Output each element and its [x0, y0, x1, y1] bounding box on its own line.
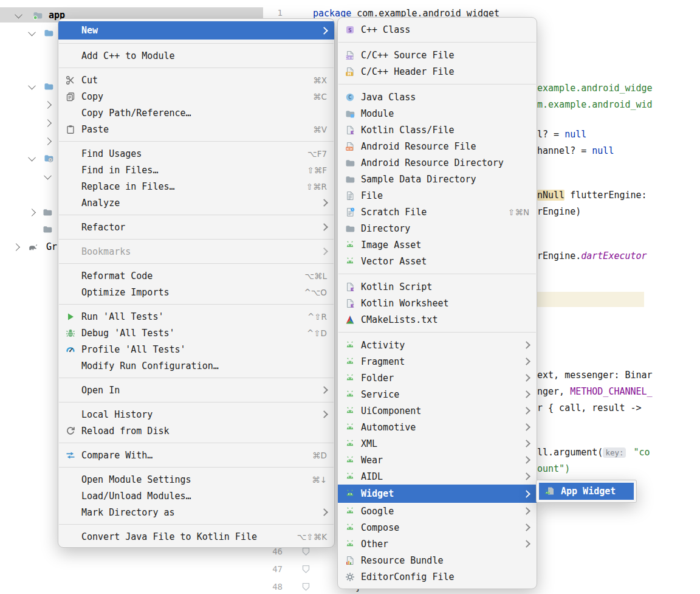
menu-item-reformat-code[interactable]: Reformat Code⌥⌘L [58, 268, 334, 284]
menu-item-new[interactable]: New [58, 21, 334, 40]
menu-item-profile-all-tests[interactable]: Profile 'All Tests' [58, 341, 334, 357]
menu-item-replace-in-files[interactable]: Replace in Files…⇧⌘R [58, 178, 334, 195]
menu-item-label: App Widget [561, 486, 616, 497]
code-line-fragment[interactable]: nger, METHOD_CHANNEL_ [537, 386, 653, 397]
menu-item-widget[interactable]: Widget [338, 485, 537, 503]
menu-item-cmakelists-txt[interactable]: CMakeLists.txt [338, 311, 537, 328]
menu-item-kotlin-worksheet[interactable]: Kotlin Worksheet [338, 295, 537, 311]
menu-item-java-class[interactable]: CJava Class [338, 89, 537, 105]
reload-icon [64, 426, 77, 436]
chevron-right-icon[interactable] [44, 101, 52, 109]
menu-item-google[interactable]: Google [338, 503, 537, 519]
menu-item-image-asset[interactable]: Image Asset [338, 237, 537, 253]
menu-item-run-all-tests[interactable]: Run 'All Tests'^⇧R [58, 308, 334, 325]
menu-item-shortcut: ⌥F7 [307, 149, 327, 159]
menu-item-debug-all-tests[interactable]: Debug 'All Tests'^⇧D [58, 325, 334, 341]
code-line-fragment[interactable]: l? = null [537, 129, 586, 140]
code-line-fragment[interactable]: m.example.android_wid [537, 99, 653, 110]
chevron-down-icon[interactable] [28, 81, 36, 89]
menu-item-paste[interactable]: Paste⌘V [58, 121, 334, 137]
line-number[interactable]: 47 [264, 564, 283, 574]
menu-item-automotive[interactable]: Automotive [338, 419, 537, 435]
code-line-fragment[interactable]: rEngine.dartExecutor [537, 250, 647, 261]
menu-item-other[interactable]: Other [338, 536, 537, 552]
menu-item-editorconfig-file[interactable]: EditorConfig File [338, 568, 537, 585]
menu-item-open-module-settings[interactable]: Open Module Settings⌘↓ [58, 471, 334, 488]
menu-item-convert-java-file-to-kotlin-file[interactable]: Convert Java File to Kotlin File⌥⇧⌘K [58, 528, 334, 545]
menu-item-copy[interactable]: Copy⌘C [58, 88, 334, 105]
code-token: nger, [537, 386, 570, 397]
code-line-fragment[interactable]: ll.argument(key: "co [537, 447, 650, 458]
menu-item-c-class[interactable]: SC++ Class [338, 21, 537, 38]
menu-item-mark-directory-as[interactable]: Mark Directory as [58, 504, 334, 520]
menu-item-open-in[interactable]: Open In [58, 382, 334, 398]
menu-separator [59, 263, 334, 264]
menu-item-compare-with[interactable]: Compare With…⌘D [58, 447, 334, 463]
menu-item-refactor[interactable]: Refactor [58, 219, 334, 235]
menu-item-label: Run 'All Tests' [81, 311, 163, 322]
code-line-fragment[interactable]: nNull flutterEngine: [537, 190, 647, 201]
chevron-right-icon[interactable] [44, 119, 52, 127]
menu-item-file[interactable]: File [338, 187, 537, 204]
menu-item-uicomponent[interactable]: UiComponent [338, 402, 537, 419]
menu-item-module[interactable]: Module [338, 105, 537, 122]
code-line-fragment[interactable]: rEngine) [537, 206, 581, 217]
line-number[interactable]: 46 [264, 547, 283, 556]
code-fold-marker-icon[interactable] [301, 582, 311, 592]
chevron-down-icon[interactable] [28, 153, 36, 161]
menu-item-resource-bundle[interactable]: Resource Bundle [338, 552, 537, 568]
menu-item-copy-path-reference[interactable]: Copy Path/Reference… [58, 105, 334, 121]
menu-item-xml[interactable]: XML [338, 435, 537, 452]
code-line-fragment[interactable]: hannel? = null [537, 145, 614, 156]
menu-item-android-resource-file[interactable]: <>Android Resource File [338, 138, 537, 154]
menu-item-wear[interactable]: Wear [338, 452, 537, 468]
menu-item-fragment[interactable]: Fragment [338, 353, 537, 370]
chevron-right-icon[interactable] [44, 137, 52, 145]
submenu-arrow-icon [523, 523, 530, 531]
code-line-fragment[interactable]: ount") [537, 463, 570, 474]
code-line-fragment[interactable]: ext, messenger: Binar [537, 370, 653, 381]
chevron-right-icon[interactable] [28, 209, 36, 216]
menu-item-cut[interactable]: Cut⌘X [58, 72, 334, 88]
menu-item-find-in-files[interactable]: Find in Files…⇧⌘F [58, 162, 334, 178]
menu-item-analyze[interactable]: Analyze [58, 195, 334, 211]
code-line-fragment[interactable]: r { call, result -> [537, 402, 642, 413]
menu-item-folder[interactable]: Folder [338, 370, 537, 386]
menu-item-add-c-to-module[interactable]: Add C++ to Module [58, 47, 334, 64]
android-robot-icon [344, 455, 356, 465]
submenu-arrow-icon [523, 540, 530, 548]
menu-item-app-widget[interactable]: App Widget [539, 483, 634, 500]
code-fold-marker-icon[interactable] [301, 565, 311, 574]
menu-item-reload-from-disk[interactable]: Reload from Disk [58, 423, 334, 439]
menu-item-modify-run-configuration[interactable]: Modify Run Configuration… [58, 357, 334, 374]
menu-item-c-c-header-file[interactable]: HC/C++ Header File [338, 63, 537, 80]
chevron-right-icon[interactable] [12, 243, 20, 251]
menu-item-directory[interactable]: Directory [338, 220, 537, 237]
menu-item-local-history[interactable]: Local History [58, 406, 334, 423]
menu-separator [338, 42, 536, 43]
chevron-down-icon[interactable] [15, 10, 22, 18]
menu-item-label: Mark Directory as [81, 507, 175, 518]
menu-item-scratch-file[interactable]: Scratch File⇧⌘N [338, 204, 537, 220]
menu-item-optimize-imports[interactable]: Optimize Imports^⌥O [58, 284, 334, 300]
code-fold-marker-icon[interactable] [301, 547, 311, 556]
menu-item-load-unload-modules[interactable]: Load/Unload Modules… [58, 488, 334, 504]
menu-item-kotlin-class-file[interactable]: Kotlin Class/File [338, 122, 537, 138]
menu-item-aidl[interactable]: AIDL [338, 468, 537, 485]
menu-item-kotlin-script[interactable]: Kotlin Script [338, 278, 537, 295]
menu-item-android-resource-directory[interactable]: Android Resource Directory [338, 154, 537, 171]
line-number[interactable]: 1 [264, 8, 283, 18]
code-token: "co [634, 447, 650, 458]
menu-item-activity[interactable]: Activity [338, 337, 537, 353]
code-line-fragment[interactable]: example.android_widge [537, 83, 653, 94]
chevron-down-icon[interactable] [28, 28, 36, 36]
menu-item-c-c-source-file[interactable]: C++C/C++ Source File [338, 47, 537, 63]
menu-item-find-usages[interactable]: Find Usages⌥F7 [58, 145, 334, 162]
chevron-down-icon[interactable] [44, 171, 52, 179]
menu-item-compose[interactable]: Compose [338, 519, 537, 536]
menu-item-vector-asset[interactable]: Vector Asset [338, 253, 537, 269]
line-number[interactable]: 48 [264, 582, 283, 592]
menu-item-service[interactable]: Service [338, 386, 537, 402]
menu-item-label: Fragment [361, 356, 405, 367]
menu-item-sample-data-directory[interactable]: Sample Data Directory [338, 171, 537, 187]
